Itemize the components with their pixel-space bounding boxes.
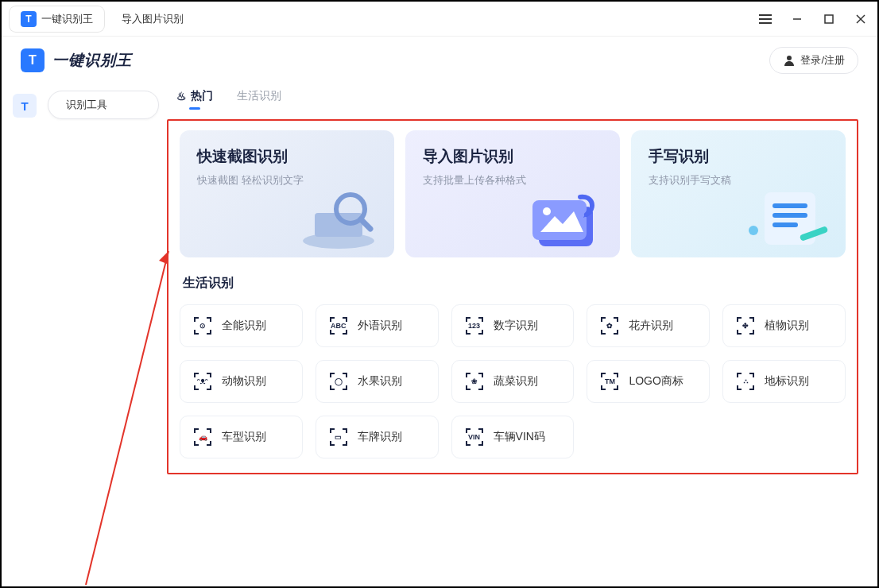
item-label: 全能识别 — [222, 319, 266, 333]
main: ♨ 热门 生活识别 快速截图识别 快速截图 轻松识别文字 导入图片识别 支持批量… — [159, 84, 877, 586]
hero-title: 导入图片识别 — [423, 146, 602, 167]
item-label: LOGO商标 — [629, 374, 683, 389]
body: T 识别工具 ♨ 热门 生活识别 快速截图识别 快速截图 轻松识别文字 — [2, 84, 877, 586]
item-button[interactable]: ❀蔬菜识别 — [451, 360, 575, 403]
app-tab-label: 导入图片识别 — [122, 12, 184, 26]
sidebar-tool-label: 识别工具 — [66, 99, 107, 110]
login-button[interactable]: 登录/注册 — [769, 47, 858, 74]
titlebar: T 一键识别王 导入图片识别 — [2, 2, 877, 37]
rail: T — [2, 84, 48, 586]
rail-home-icon[interactable]: T — [13, 94, 37, 118]
app-logo-icon: T — [21, 11, 37, 27]
scan-icon: TM — [600, 372, 619, 391]
scan-icon: ⛬ — [736, 372, 755, 391]
window-controls — [757, 10, 869, 28]
item-button[interactable]: ᵔᴥᵔ动物识别 — [180, 360, 303, 403]
scan-icon: ✤ — [736, 316, 755, 335]
item-button[interactable]: 🚗车型识别 — [180, 416, 303, 458]
section-title: 生活识别 — [183, 275, 846, 292]
item-button[interactable]: ◯水果识别 — [316, 360, 439, 403]
scan-icon: ❀ — [465, 372, 484, 391]
svg-point-19 — [749, 226, 758, 235]
flame-icon: ♨ — [176, 90, 187, 103]
item-button[interactable]: ✿花卉识别 — [587, 304, 710, 347]
tab-life[interactable]: 生活识别 — [237, 89, 281, 110]
header: T 一键识别王 登录/注册 — [2, 37, 877, 84]
hero-handwriting[interactable]: 手写识别 支持识别手写文稿 — [631, 130, 846, 257]
tab-label: 生活识别 — [237, 89, 281, 103]
item-label: 外语识别 — [358, 319, 402, 333]
item-label: 数字识别 — [494, 319, 538, 333]
app-tab-import[interactable]: 导入图片识别 — [110, 7, 195, 31]
tab-label: 热门 — [191, 89, 213, 103]
document-illustration-icon — [742, 181, 838, 253]
close-button[interactable] — [852, 10, 869, 28]
svg-rect-17 — [773, 222, 798, 227]
item-button[interactable]: ⛬地标识别 — [722, 360, 846, 403]
brand: T 一键识别王 — [21, 48, 132, 72]
item-button[interactable]: VIN车辆VIN码 — [451, 416, 575, 458]
item-label: 水果识别 — [358, 374, 402, 389]
item-button[interactable]: ✤植物识别 — [722, 304, 846, 347]
items-grid: ⊙全能识别ABC外语识别123数字识别✿花卉识别✤植物识别ᵔᴥᵔ动物识别◯水果识… — [180, 304, 846, 458]
svg-rect-15 — [773, 203, 807, 208]
item-label: 植物识别 — [765, 319, 809, 333]
svg-rect-16 — [773, 213, 807, 218]
item-label: 花卉识别 — [629, 319, 673, 333]
brand-title: 一键识别王 — [52, 50, 132, 71]
sidebar: 识别工具 — [48, 84, 159, 586]
scan-icon: 123 — [465, 316, 484, 335]
item-label: 地标识别 — [765, 374, 809, 389]
item-button[interactable]: TMLOGO商标 — [587, 360, 710, 403]
hero-title: 手写识别 — [649, 146, 828, 167]
item-button[interactable]: ▭车牌识别 — [316, 416, 439, 458]
app-tab-label: 一键识别王 — [41, 12, 93, 26]
item-label: 车牌识别 — [358, 430, 402, 444]
login-label: 登录/注册 — [800, 53, 845, 68]
maximize-button[interactable] — [820, 10, 838, 28]
scan-icon: 🚗 — [193, 427, 212, 447]
scan-icon: ✿ — [600, 316, 619, 335]
brand-logo-icon: T — [21, 48, 45, 72]
scan-icon: ᵔᴥᵔ — [193, 372, 212, 391]
tab-hot[interactable]: ♨ 热门 — [176, 89, 213, 110]
highlighted-area: 快速截图识别 快速截图 轻松识别文字 导入图片识别 支持批量上传各种格式 手写识… — [167, 119, 858, 474]
content-tabs: ♨ 热门 生活识别 — [167, 89, 858, 110]
item-button[interactable]: ⊙全能识别 — [180, 304, 303, 347]
scan-icon: ▭ — [329, 427, 348, 447]
svg-point-12 — [543, 207, 551, 215]
menu-icon[interactable] — [757, 10, 774, 28]
svg-point-4 — [787, 56, 792, 60]
hero-import-image[interactable]: 导入图片识别 支持批量上传各种格式 — [405, 130, 620, 257]
minimize-button[interactable] — [788, 10, 806, 28]
item-label: 动物识别 — [222, 374, 266, 389]
item-label: 车型识别 — [222, 430, 266, 444]
item-label: 车辆VIN码 — [494, 430, 545, 444]
scan-icon: VIN — [465, 427, 484, 447]
sidebar-tool-button[interactable]: 识别工具 — [48, 91, 159, 119]
svg-rect-1 — [825, 15, 833, 23]
item-button[interactable]: 123数字识别 — [451, 304, 575, 347]
scan-icon: ⊙ — [193, 316, 212, 335]
scan-icon: ABC — [329, 316, 348, 335]
item-button[interactable]: ABC外语识别 — [316, 304, 439, 347]
svg-rect-10 — [532, 200, 587, 240]
user-icon — [783, 54, 796, 67]
hero-screenshot-ocr[interactable]: 快速截图识别 快速截图 轻松识别文字 — [180, 130, 394, 257]
magnifier-illustration-icon — [291, 181, 386, 253]
image-folder-illustration-icon — [517, 181, 612, 253]
item-label: 蔬菜识别 — [494, 374, 538, 389]
hero-title: 快速截图识别 — [197, 146, 377, 167]
hero-row: 快速截图识别 快速截图 轻松识别文字 导入图片识别 支持批量上传各种格式 手写识… — [180, 130, 846, 257]
app-tab-main[interactable]: T 一键识别王 — [10, 6, 104, 32]
scan-icon: ◯ — [329, 372, 348, 391]
